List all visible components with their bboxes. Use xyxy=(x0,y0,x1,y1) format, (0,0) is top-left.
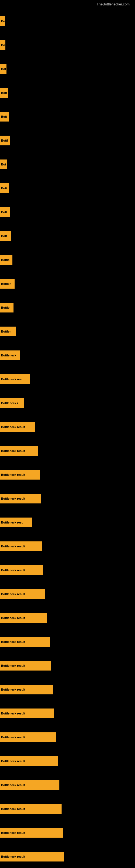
bar-2: Bo xyxy=(0,40,5,50)
bar-label-36: Bottleneck result xyxy=(1,855,25,858)
bar-row-2: Bo xyxy=(0,32,135,56)
bar-row-10: Bott xyxy=(0,223,135,247)
bar-6: Bottl xyxy=(0,135,10,145)
bar-label-32: Bottleneck result xyxy=(1,760,25,763)
bar-label-34: Bottleneck result xyxy=(1,807,25,810)
bar-label-11: Bottle xyxy=(1,258,9,261)
bar-label-16: Bottleneck resu xyxy=(1,378,24,381)
bar-label-24: Bottleneck result xyxy=(1,568,25,572)
bar-12: Bottlen xyxy=(0,279,14,289)
bar-row-6: Bottl xyxy=(0,127,135,151)
bar-29: Bottleneck result xyxy=(0,685,53,694)
bar-row-27: Bottleneck result xyxy=(0,629,135,653)
bar-1: Bo xyxy=(0,16,5,26)
bar-label-2: Bo xyxy=(1,43,5,46)
bar-22: Bottleneck resu xyxy=(0,518,32,527)
bar-30: Bottleneck result xyxy=(0,709,54,718)
bar-32: Bottleneck result xyxy=(0,756,58,766)
bar-row-35: Bottleneck result xyxy=(0,820,135,844)
bar-11: Bottle xyxy=(0,255,12,265)
bar-label-29: Bottleneck result xyxy=(1,688,25,691)
bar-label-27: Bottleneck result xyxy=(1,640,25,643)
bar-label-30: Bottleneck result xyxy=(1,712,25,715)
bar-label-4: Bott xyxy=(1,91,7,94)
bar-row-29: Bottleneck result xyxy=(0,677,135,701)
bar-17: Bottleneck r xyxy=(0,398,24,408)
bar-label-25: Bottleneck result xyxy=(1,592,25,596)
bar-label-18: Bottleneck result xyxy=(1,425,25,429)
bar-20: Bottleneck result xyxy=(0,470,40,479)
bar-label-1: Bo xyxy=(1,20,5,23)
bar-label-23: Bottleneck result xyxy=(1,545,25,548)
bar-label-3: Bot xyxy=(1,67,6,70)
bar-16: Bottleneck resu xyxy=(0,374,30,384)
bar-row-13: Bottle xyxy=(0,294,135,318)
bar-row-9: Bott xyxy=(0,199,135,223)
bar-label-28: Bottleneck result xyxy=(1,664,25,667)
bar-35: Bottleneck result xyxy=(0,828,63,838)
bar-27: Bottleneck result xyxy=(0,637,50,647)
bar-4: Bott xyxy=(0,88,8,98)
bar-10: Bott xyxy=(0,231,11,241)
bar-row-30: Bottleneck result xyxy=(0,701,135,724)
bar-25: Bottleneck result xyxy=(0,589,45,599)
bar-19: Bottleneck result xyxy=(0,446,38,456)
bar-row-1: Bo xyxy=(0,8,135,32)
bar-15: Bottleneck xyxy=(0,350,20,360)
site-title: TheBottlenecker.com xyxy=(97,2,130,6)
bar-21: Bottleneck result xyxy=(0,494,41,503)
bar-label-35: Bottleneck result xyxy=(1,831,25,834)
bar-row-22: Bottleneck resu xyxy=(0,509,135,533)
bar-label-19: Bottleneck result xyxy=(1,449,25,453)
bar-8: Bott xyxy=(0,183,9,193)
bar-row-16: Bottleneck resu xyxy=(0,366,135,390)
bars-container: BoBoBotBottBottBottlBotBottBottBottBottl… xyxy=(0,8,135,867)
bar-13: Bottle xyxy=(0,303,13,312)
bar-row-36: Bottleneck result xyxy=(0,844,135,867)
bar-34: Bottleneck result xyxy=(0,804,61,814)
bar-row-26: Bottleneck result xyxy=(0,605,135,629)
bar-label-17: Bottleneck r xyxy=(1,401,18,405)
bar-3: Bot xyxy=(0,64,6,74)
bar-label-26: Bottleneck result xyxy=(1,616,25,620)
bar-row-14: Bottlen xyxy=(0,318,135,342)
bar-18: Bottleneck result xyxy=(0,422,35,432)
bar-row-11: Bottle xyxy=(0,247,135,271)
bar-row-31: Bottleneck result xyxy=(0,724,135,748)
bar-label-14: Bottlen xyxy=(1,330,11,333)
bar-label-6: Bottl xyxy=(1,139,8,142)
bar-row-23: Bottleneck result xyxy=(0,533,135,557)
bar-label-31: Bottleneck result xyxy=(1,736,25,739)
bar-label-15: Bottleneck xyxy=(1,354,16,357)
bar-28: Bottleneck result xyxy=(0,661,51,671)
bar-row-20: Bottleneck result xyxy=(0,462,135,486)
bar-row-3: Bot xyxy=(0,56,135,80)
bar-row-7: Bot xyxy=(0,151,135,175)
bar-row-18: Bottleneck result xyxy=(0,414,135,438)
bar-label-13: Bottle xyxy=(1,306,9,309)
bar-row-8: Bott xyxy=(0,175,135,199)
bar-row-33: Bottleneck result xyxy=(0,772,135,796)
bar-row-12: Bottlen xyxy=(0,271,135,294)
bar-label-5: Bott xyxy=(1,115,7,118)
bar-row-19: Bottleneck result xyxy=(0,438,135,462)
bar-label-12: Bottlen xyxy=(1,282,11,285)
bar-5: Bott xyxy=(0,112,9,122)
bar-row-25: Bottleneck result xyxy=(0,581,135,605)
bar-26: Bottleneck result xyxy=(0,613,47,623)
bar-row-28: Bottleneck result xyxy=(0,653,135,677)
bar-label-33: Bottleneck result xyxy=(1,783,25,786)
bar-row-34: Bottleneck result xyxy=(0,796,135,820)
bar-7: Bot xyxy=(0,159,7,169)
bar-label-7: Bot xyxy=(1,163,6,166)
bar-label-21: Bottleneck result xyxy=(1,497,25,500)
bar-23: Bottleneck result xyxy=(0,541,42,551)
bar-label-9: Bott xyxy=(1,211,7,214)
bar-row-17: Bottleneck r xyxy=(0,390,135,414)
bar-label-8: Bott xyxy=(1,187,7,190)
bar-row-32: Bottleneck result xyxy=(0,748,135,772)
bar-36: Bottleneck result xyxy=(0,852,64,862)
bar-row-21: Bottleneck result xyxy=(0,486,135,509)
bar-33: Bottleneck result xyxy=(0,780,59,790)
bar-9: Bott xyxy=(0,207,10,217)
